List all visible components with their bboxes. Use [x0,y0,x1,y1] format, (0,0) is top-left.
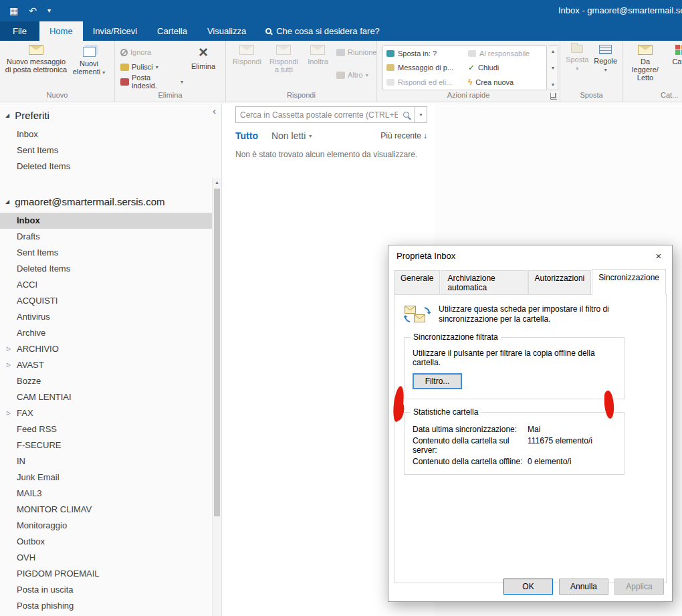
dialog-tab-generale[interactable]: Generale [394,270,440,294]
dialog-tab-archiviazione[interactable]: Archiviazione automatica [441,270,527,294]
search-icon[interactable] [403,112,409,118]
expand-icon[interactable]: ▷ [7,341,11,357]
folder-item[interactable]: ▷ FAX [0,405,221,421]
folder-item[interactable]: Drafts [0,229,221,245]
new-items-button[interactable]: Nuovi elementi ▾ [70,43,108,77]
dialog-tab-sincronizzazione[interactable]: Sincronizzazione [592,269,666,294]
folder-item[interactable]: MAIL3 [0,486,221,502]
stat-label: Contenuto della cartella sul server: [413,436,528,455]
quick-step-done[interactable]: ✓ Chiudi [465,61,546,76]
junk-button[interactable]: Posta indesid. ▾ [118,74,186,89]
folder-item[interactable]: Posta phishing [0,598,221,614]
folder-item[interactable]: Posta in uscita [0,582,221,598]
dropdown-caret-icon: ▾ [102,70,105,76]
filter-all[interactable]: Tutto [235,130,258,141]
filter-button[interactable]: Filtro... [413,373,462,389]
tab-visualizza[interactable]: Visualizza [197,21,256,41]
folder-item[interactable]: Antivirus [0,309,221,325]
group-label-sposta: Sposta [560,90,622,102]
tab-invia-ricevi[interactable]: Invia/Ricevi [83,21,147,41]
sync-tab-description: Utilizzare questa scheda per impostare i… [439,304,639,324]
dialog-close-icon[interactable]: × [645,245,672,266]
expanded-triangle-icon[interactable]: ◢ [5,199,9,205]
dropdown-caret-icon: ▾ [181,79,183,85]
favorite-item[interactable]: Inbox [0,126,221,142]
folder-item[interactable]: ▷ AVAST [0,357,221,373]
folder-item[interactable]: Deleted Items [0,261,221,277]
favorite-item[interactable]: Deleted Items [0,159,221,175]
tab-cartella[interactable]: Cartella [147,21,197,41]
expanded-triangle-icon[interactable]: ◢ [5,112,9,118]
dropdown-caret-icon: ▾ [156,64,158,70]
scroll-up-icon[interactable]: ▴ [552,48,554,54]
ribbon: Nuovo messaggio di posta elettronica Nuo… [0,41,682,102]
scroll-down-icon[interactable]: ▾ [552,65,554,71]
folder-item[interactable]: ▷ ARCHIVIO [0,341,221,357]
more-respond-icon [336,72,345,79]
groupbox-title: Statistiche cartella [411,407,481,417]
quick-step-team-email[interactable]: Messaggio di p... [383,61,465,76]
quick-step-create-new[interactable]: ϟ Crea nuova [465,75,546,90]
cancel-button[interactable]: Annulla [559,579,608,595]
folder-item[interactable]: ACCI [0,277,221,293]
expand-icon[interactable]: ▷ [7,357,11,373]
folder-item[interactable]: PIGDOM PROEMAIL [0,566,221,582]
sort-by-button[interactable]: Più recente ↓ [380,131,427,140]
folder-item[interactable]: Archive [0,325,221,341]
ribbon-tab-row: File Home Invia/Ricevi Cartella Visualiz… [0,21,682,41]
favorite-item[interactable]: Sent Items [0,142,221,159]
rules-button[interactable]: Regole ▾ [592,43,620,74]
new-email-button[interactable]: Nuovo messaggio di posta elettronica [3,43,70,74]
categorize-button[interactable]: Cate [665,43,682,66]
folder-item[interactable]: Feed RSS [0,421,221,437]
expand-icon[interactable]: ▷ [7,405,11,421]
folder-item[interactable]: IN [0,453,221,470]
gallery-more-icon[interactable]: ▾ [552,82,554,88]
new-items-icon [83,47,96,57]
search-scope-dropdown[interactable]: ▾ [415,106,427,123]
customize-qat-icon[interactable]: ▾ [47,7,51,14]
quick-steps-scrollbar[interactable]: ▴ ▾ ▾ [548,45,558,90]
stat-value: Mai [528,425,616,434]
folder-pane-scrollbar[interactable]: ▴ [212,178,221,616]
scroll-up-icon[interactable]: ▴ [213,178,221,187]
quick-step-to-manager: Al responsabile [465,46,546,61]
folder-item[interactable]: Outbox [0,534,221,550]
tell-me-search[interactable]: Che cosa si desidera fare? [256,21,389,41]
cleanup-button[interactable]: Pulisci ▾ [118,60,186,74]
reply-all-icon [276,45,291,55]
filter-caret-icon[interactable]: ▾ [309,133,312,139]
folder-item[interactable]: Sent Items [0,245,221,261]
tab-home[interactable]: Home [39,21,83,41]
search-icon [265,28,271,34]
account-header[interactable]: ◢ gmaoret@smartermail.sersis.com [0,189,221,213]
dialog-launcher-icon[interactable] [550,93,557,100]
quick-step-move-to[interactable]: Sposta in: ? [383,46,465,61]
tab-file[interactable]: File [0,21,39,41]
search-box[interactable] [235,106,415,123]
folder-item[interactable]: Junk Email [0,470,221,486]
folder-item[interactable]: MONITOR CLIMAV [0,502,221,518]
folder-item[interactable]: Bozze [0,373,221,389]
folder-item[interactable]: ACQUISTI [0,293,221,309]
filter-unread[interactable]: Non letti [271,130,306,141]
folder-item[interactable]: OVH [0,550,221,566]
send-receive-icon[interactable]: ▦ [9,6,18,15]
folder-pane: ‹ ◢ Preferiti Inbox Sent Items Deleted I… [0,103,222,616]
folder-item[interactable]: CAM LENTIAI [0,389,221,405]
collapse-folder-pane-icon[interactable]: ‹ [213,105,216,116]
folder-item-inbox[interactable]: Inbox [0,213,221,229]
ok-button[interactable]: OK [503,579,553,595]
titlebar: ▦ ↶ ▾ Inbox - gmaoret@smartermail.sersis… [0,0,682,21]
unread-read-button[interactable]: Da leggere/ Letto [626,43,665,82]
check-icon: ✓ [468,64,475,72]
dialog-tab-autorizzazioni[interactable]: Autorizzazioni [528,270,592,294]
scrollbar-thumb[interactable] [214,189,220,516]
delete-button[interactable]: × Elimina [186,43,221,70]
search-input[interactable] [236,110,402,120]
folder-item[interactable]: F-SECURE [0,437,221,453]
favorites-header[interactable]: ◢ Preferiti [0,103,221,126]
folder-item[interactable]: Monitoraggio [0,518,221,534]
dropdown-caret-icon: ▾ [366,72,368,78]
undo-icon[interactable]: ↶ [29,6,37,15]
